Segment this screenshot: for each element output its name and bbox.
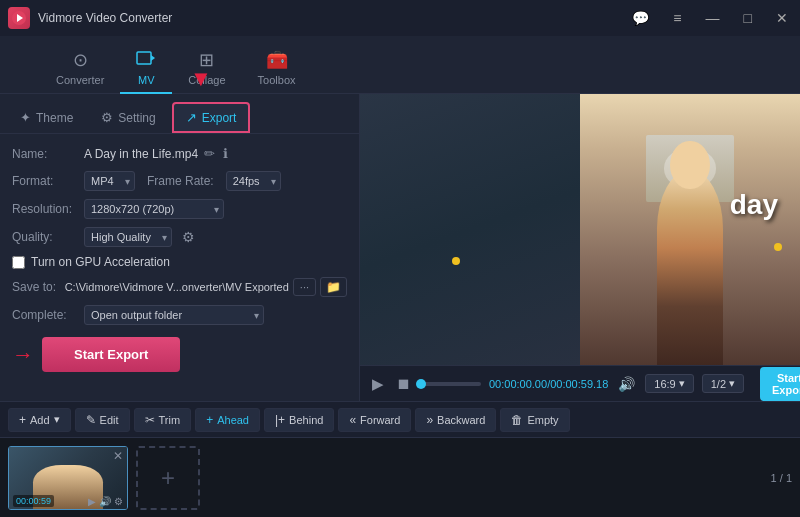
tab-mv[interactable]: MV [120, 44, 172, 94]
maximize-button[interactable]: □ [740, 8, 756, 28]
browse-path-button[interactable]: ··· [293, 278, 316, 296]
quality-select[interactable]: High Quality [84, 227, 172, 247]
add-label: Add [30, 414, 50, 426]
left-panel: ▼ ✦ Theme ⚙ Setting ↗ Export Name: A Day… [0, 94, 360, 401]
format-select-wrapper[interactable]: MP4 [84, 171, 135, 191]
trim-button[interactable]: ✂ Trim [134, 408, 192, 432]
fraction-button[interactable]: 1/2 ▾ [702, 374, 744, 393]
edit-name-icon[interactable]: ✏ [202, 144, 217, 163]
quality-select-wrapper[interactable]: High Quality [84, 227, 172, 247]
menu-icon[interactable]: ≡ [669, 8, 685, 28]
tab-toolbox[interactable]: 🧰 Toolbox [242, 43, 312, 94]
export-label: Export [202, 111, 237, 125]
frame-rate-select-wrapper[interactable]: 24fps [226, 171, 281, 191]
add-icon: + [19, 413, 26, 427]
tab-converter[interactable]: ⊙ Converter [40, 43, 120, 94]
backward-icon: » [426, 413, 433, 427]
progress-dot [416, 379, 426, 389]
play-small-icon[interactable]: ▶ [88, 496, 96, 507]
title-bar: Vidmore Video Converter 💬 ≡ — □ ✕ [0, 0, 800, 36]
tab-export[interactable]: ↗ Export [172, 102, 251, 133]
open-folder-button[interactable]: 📁 [320, 277, 347, 297]
mv-icon [136, 50, 156, 71]
mv-label: MV [138, 74, 155, 86]
tab-setting[interactable]: ⚙ Setting [89, 104, 167, 131]
frame-rate-select[interactable]: 24fps [226, 171, 281, 191]
start-export-arrow: → [12, 342, 34, 368]
edit-button[interactable]: ✎ Edit [75, 408, 130, 432]
clip-close-icon[interactable]: ✕ [113, 449, 123, 463]
start-export-button[interactable]: Start Export [42, 337, 180, 372]
settings-small-icon[interactable]: ⚙ [114, 496, 123, 507]
progress-bar[interactable] [421, 382, 481, 386]
resolution-select[interactable]: 1280x720 (720p) [84, 199, 224, 219]
behind-button[interactable]: |+ Behind [264, 408, 334, 432]
volume-small-icon[interactable]: 🔊 [99, 496, 111, 507]
frame-rate-label: Frame Rate: [147, 174, 214, 188]
resolution-select-wrapper[interactable]: 1280x720 (720p) [84, 199, 224, 219]
tab-theme[interactable]: ✦ Theme [8, 104, 85, 131]
clip-time: 00:00:59 [13, 495, 54, 507]
gpu-label: Turn on GPU Acceleration [31, 255, 170, 269]
backward-button[interactable]: » Backward [415, 408, 496, 432]
controls-right: 00:00:00.00/00:00:59.18 🔊 16:9 ▾ 1/2 ▾ S… [489, 367, 800, 401]
small-start-export-button[interactable]: Start Export [760, 367, 800, 401]
empty-icon: 🗑 [511, 413, 523, 427]
play-button[interactable]: ▶ [370, 373, 386, 395]
converter-icon: ⊙ [73, 49, 88, 71]
forward-button[interactable]: « Forward [338, 408, 411, 432]
fraction-value: 1/2 [711, 378, 726, 390]
format-select[interactable]: MP4 [84, 171, 135, 191]
svg-rect-2 [137, 52, 151, 64]
app-logo [8, 7, 30, 29]
complete-select[interactable]: Open output folder [84, 305, 264, 325]
quality-settings-icon[interactable]: ⚙ [182, 229, 195, 245]
timeline-clip[interactable]: 00:00:59 ✕ ▶ 🔊 ⚙ [8, 446, 128, 510]
add-button[interactable]: + Add ▾ [8, 408, 71, 432]
timeline: 00:00:59 ✕ ▶ 🔊 ⚙ + 1 / 1 [0, 437, 800, 517]
arrow-indicator: ▼ [190, 66, 212, 92]
converter-label: Converter [56, 74, 104, 86]
export-form: Name: A Day in the Life.mp4 ✏ ℹ Format: … [0, 134, 359, 401]
svg-marker-3 [151, 55, 155, 61]
video-pane-left [360, 94, 580, 365]
ratio-button[interactable]: 16:9 ▾ [645, 374, 693, 393]
ratio-dropdown-icon: ▾ [679, 377, 685, 390]
save-label: Save to: [12, 280, 65, 294]
ratio-value: 16:9 [654, 378, 675, 390]
resolution-value-container: 1280x720 (720p) [84, 199, 347, 219]
gpu-row: Turn on GPU Acceleration [12, 255, 347, 269]
chat-icon[interactable]: 💬 [628, 8, 653, 28]
info-icon[interactable]: ℹ [221, 144, 230, 163]
resolution-row: Resolution: 1280x720 (720p) [12, 199, 347, 219]
name-row: Name: A Day in the Life.mp4 ✏ ℹ [12, 144, 347, 163]
clip-controls: ▶ 🔊 ⚙ [88, 496, 123, 507]
forward-label: Forward [360, 414, 400, 426]
file-name: A Day in the Life.mp4 [84, 147, 198, 161]
empty-button[interactable]: 🗑 Empty [500, 408, 569, 432]
quality-value-container: High Quality ⚙ [84, 227, 347, 247]
backward-label: Backward [437, 414, 485, 426]
format-row: Format: MP4 Frame Rate: 24fps [12, 171, 347, 191]
export-icon: ↗ [186, 110, 197, 125]
gpu-checkbox[interactable] [12, 256, 25, 269]
page-indicator: 1 / 1 [771, 472, 792, 484]
complete-select-wrapper[interactable]: Open output folder [84, 305, 264, 325]
close-button[interactable]: ✕ [772, 8, 792, 28]
time-current: 00:00:00.00 [489, 378, 547, 390]
stop-button[interactable]: ⏹ [394, 373, 413, 394]
yellow-dot-left [452, 257, 460, 265]
minimize-button[interactable]: — [702, 8, 724, 28]
ahead-label: Ahead [217, 414, 249, 426]
save-path-text: C:\Vidmore\Vidmore V...onverter\MV Expor… [65, 281, 289, 293]
ahead-button[interactable]: + Ahead [195, 408, 260, 432]
complete-value-container: Open output folder [84, 305, 347, 325]
title-bar-right: 💬 ≡ — □ ✕ [628, 8, 792, 28]
add-clip-button[interactable]: + [136, 446, 200, 510]
time-display: 00:00:00.00/00:00:59.18 [489, 378, 608, 390]
volume-button[interactable]: 🔊 [616, 374, 637, 394]
ahead-icon: + [206, 413, 213, 427]
video-text-overlay: day [730, 189, 778, 221]
setting-label: Setting [118, 111, 155, 125]
behind-icon: |+ [275, 413, 285, 427]
